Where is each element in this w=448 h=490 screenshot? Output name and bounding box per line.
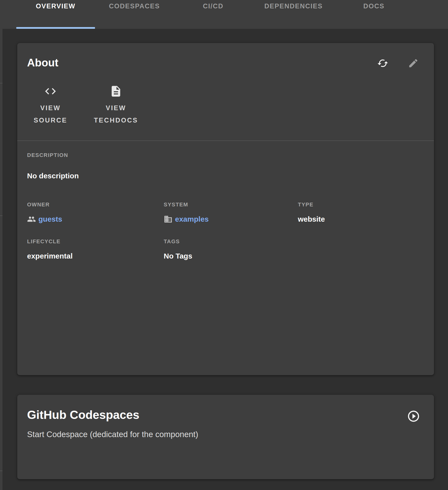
type-value: website [298,215,424,224]
about-card-links: VIEW SOURCE VIEW TECHDOCS [17,84,434,127]
about-card-actions [377,57,419,69]
system-label: SYSTEM [164,201,298,208]
group-icon [27,215,36,224]
tab-label: DOCS [363,2,384,10]
tab-ci-cd[interactable]: CI/CD [174,0,253,29]
edit-icon [408,58,419,69]
owner-link[interactable]: guests [38,215,62,224]
active-tab-indicator [16,27,95,29]
code-icon [44,84,57,98]
owner-label: OWNER [27,201,164,208]
tags-label: TAGS [164,238,298,245]
codespaces-card: GitHub Codespaces Start Codespace (dedic… [17,395,434,479]
codespaces-card-title: GitHub Codespaces [27,409,420,422]
tags-value: No Tags [164,252,298,260]
owner-field: OWNER guests [27,201,164,224]
tab-label: DEPENDENCIES [264,2,323,10]
system-field: SYSTEM examples [164,201,298,224]
lifecycle-field: LIFECYCLE experimental [27,238,164,260]
play-circle-icon [407,410,420,423]
view-source-label: VIEW SOURCE [27,102,74,127]
tab-label: OVERVIEW [36,2,75,10]
tab-label: CI/CD [203,2,224,10]
sidebar-divider [0,83,2,83]
sidebar-divider [0,215,2,216]
start-codespace-button[interactable] [407,410,420,423]
view-techdocs-label: VIEW TECHDOCS [88,102,144,127]
lifecycle-value: experimental [27,252,164,260]
about-card: About [17,43,434,375]
lifecycle-label: LIFECYCLE [27,238,164,245]
codespaces-card-subtitle: Start Codespace (dedicated for the compo… [27,429,420,439]
description-value: No description [27,171,424,180]
description-field: DESCRIPTION No description [27,152,424,180]
tab-dependencies[interactable]: DEPENDENCIES [253,0,335,29]
entity-tab-bar: OVERVIEW CODESPACES CI/CD DEPENDENCIES D… [0,0,448,29]
entity-overview-page: OVERVIEW CODESPACES CI/CD DEPENDENCIES D… [0,0,448,490]
description-label: DESCRIPTION [27,152,424,158]
view-techdocs-button[interactable]: VIEW TECHDOCS [88,84,144,127]
refresh-icon [377,58,388,69]
tab-codespaces[interactable]: CODESPACES [95,0,174,29]
edit-button[interactable] [407,57,419,69]
domain-icon [164,215,173,224]
view-source-button[interactable]: VIEW SOURCE [27,84,74,127]
tab-docs[interactable]: DOCS [335,0,413,29]
system-link[interactable]: examples [175,215,209,224]
type-label: TYPE [298,201,424,208]
tab-overview[interactable]: OVERVIEW [16,0,95,29]
refresh-button[interactable] [377,57,389,69]
sidebar-divider [0,471,2,471]
tab-label: CODESPACES [109,2,160,10]
about-card-title: About [27,57,424,69]
type-field: TYPE website [298,201,424,224]
left-sidebar-edge [0,29,2,490]
tags-field: TAGS No Tags [164,238,298,260]
document-icon [110,84,122,98]
